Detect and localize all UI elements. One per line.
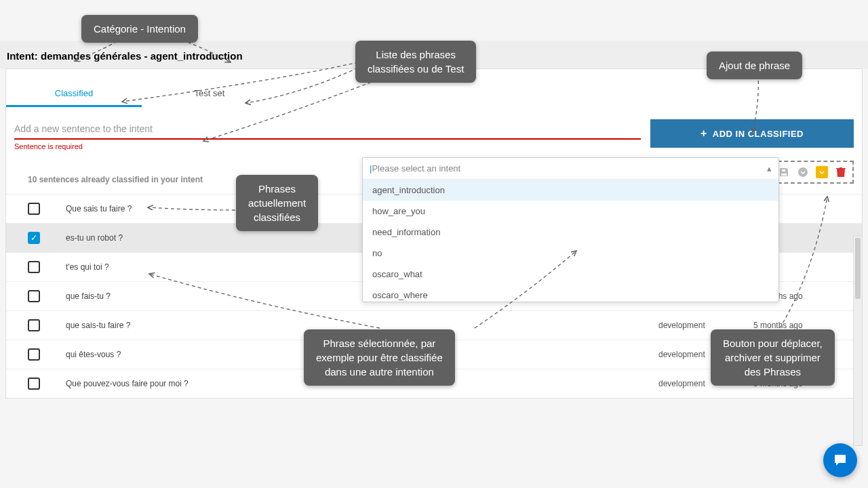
save-icon[interactable] <box>778 166 790 178</box>
tab-classified[interactable]: Classified <box>6 81 142 107</box>
dropdown-option[interactable]: need_information <box>363 222 778 243</box>
intent-dropdown[interactable]: |Please select an intent ▴ agent_introdu… <box>362 157 779 302</box>
sentence-text: que sais-tu faire ? <box>66 321 658 330</box>
dropdown-option[interactable]: how_are_you <box>363 201 778 222</box>
sentence-input[interactable] <box>14 119 641 140</box>
checkbox[interactable] <box>28 378 40 390</box>
plus-icon: + <box>701 127 707 140</box>
tab-testset[interactable]: Test set <box>142 81 277 107</box>
chevron-up-icon: ▴ <box>767 163 772 174</box>
dropdown-list: agent_introductionhow_are_youneed_inform… <box>363 180 778 302</box>
archive-icon[interactable] <box>797 166 809 178</box>
checkbox[interactable] <box>28 203 40 215</box>
dropdown-option[interactable]: oscaro_where <box>363 285 778 302</box>
error-text: Sentence is required <box>14 142 641 150</box>
annotation-selected: Phrase sélectionnée, par exemple pour êt… <box>304 329 455 386</box>
annotation-actions: Bouton pour déplacer, archiver et suppri… <box>711 329 835 386</box>
move-icon[interactable] <box>816 166 828 178</box>
checkbox[interactable]: ✓ <box>28 232 40 244</box>
dropdown-placeholder: Please select an intent <box>372 163 460 174</box>
annotation-classified: Phrases actuellement classifiées <box>236 175 318 231</box>
annotation-category: Catégorie - Intention <box>81 15 198 43</box>
checkbox[interactable] <box>28 319 40 331</box>
action-toolbar <box>771 161 854 184</box>
chat-bubble-button[interactable] <box>823 443 857 477</box>
trash-icon[interactable] <box>835 166 847 178</box>
annotation-tabs: Liste des phrases classifiées ou de Test <box>355 41 476 83</box>
scrollbar[interactable] <box>853 236 863 446</box>
checkbox[interactable] <box>28 290 40 302</box>
env-label: development <box>658 321 753 330</box>
scrollbar-thumb[interactable] <box>855 238 861 299</box>
dropdown-option[interactable]: agent_introduction <box>363 180 778 201</box>
add-btn-label: ADD IN CLASSIFIED <box>713 129 804 139</box>
annotation-add: Ajout de phrase <box>707 52 802 79</box>
checkbox[interactable] <box>28 261 40 273</box>
svg-point-0 <box>798 167 808 177</box>
checkbox[interactable] <box>28 348 40 361</box>
dropdown-option[interactable]: oscaro_what <box>363 264 778 285</box>
add-in-classified-button[interactable]: + ADD IN CLASSIFIED <box>650 119 854 148</box>
dropdown-option[interactable]: no <box>363 243 778 264</box>
time-ago: 5 months ago <box>753 321 848 330</box>
dropdown-header[interactable]: |Please select an intent ▴ <box>363 158 778 180</box>
